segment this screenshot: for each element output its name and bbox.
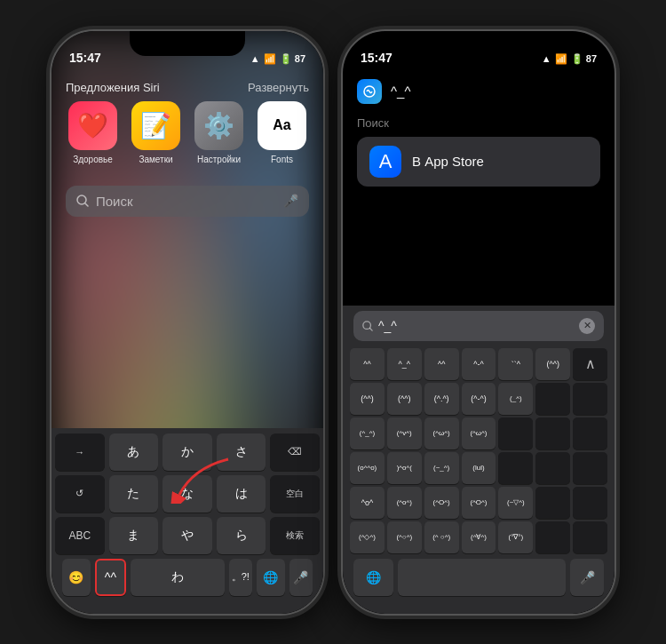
app-settings[interactable]: ⚙️ Настройки bbox=[194, 101, 243, 164]
search-placeholder-left: Поиск bbox=[96, 194, 276, 209]
emoji-cell[interactable]: (^.^) bbox=[424, 383, 459, 415]
kb-ya[interactable]: や bbox=[163, 517, 212, 554]
search-bar-left[interactable]: Поиск 🎤 bbox=[66, 186, 309, 217]
status-time-right: 15:47 bbox=[361, 51, 392, 65]
notes-label: Заметки bbox=[139, 155, 172, 164]
emoji-cell[interactable]: (^ω^) bbox=[424, 417, 459, 449]
emoji-cell[interactable]: (^_^) bbox=[350, 417, 385, 449]
emoji-cell[interactable]: (^^) bbox=[387, 383, 422, 415]
kb-punctuation[interactable]: 。?! bbox=[229, 559, 252, 596]
emoji-cell[interactable]: (~_^) bbox=[424, 452, 459, 484]
kb-mic[interactable]: 🎤 bbox=[289, 559, 313, 596]
emoji-cell[interactable]: (^O^) bbox=[424, 487, 459, 519]
notch bbox=[130, 31, 245, 56]
emoji-cell[interactable]: (^-^) bbox=[462, 383, 496, 415]
emoji-cell[interactable]: (^○^) bbox=[387, 521, 422, 553]
search-bar-right[interactable]: ^_^ ✕ bbox=[353, 311, 604, 341]
svg-line-1 bbox=[85, 203, 88, 206]
kb-abc[interactable]: ABC bbox=[55, 517, 105, 554]
fonts-label: Fonts bbox=[271, 155, 293, 164]
siri-icon-right bbox=[357, 79, 382, 104]
kb-emoji[interactable]: 😊 bbox=[62, 559, 91, 596]
kb-mic-right[interactable]: 🎤 bbox=[570, 559, 604, 596]
siri-query-text: ^_^ bbox=[391, 83, 410, 99]
kb-ma[interactable]: ま bbox=[109, 517, 159, 554]
emoji-cell[interactable]: )^o^( bbox=[387, 452, 422, 484]
siri-label: Предложения Siri bbox=[66, 81, 160, 94]
emoji-cell bbox=[498, 452, 533, 484]
search-result-item[interactable]: A В App Store bbox=[357, 137, 600, 187]
app-notes[interactable]: 📝 Заметки bbox=[131, 101, 180, 164]
kb-ra[interactable]: ら bbox=[217, 517, 266, 554]
siri-small-section: ^_^ bbox=[343, 70, 614, 113]
clear-button[interactable]: ✕ bbox=[579, 318, 595, 334]
mic-icon-left[interactable]: 🎤 bbox=[283, 194, 298, 208]
settings-label: Настройки bbox=[197, 155, 241, 164]
kb-caret-caret[interactable]: ^^ bbox=[95, 559, 127, 596]
kb-globe[interactable]: 🌐 bbox=[257, 559, 285, 596]
search-icon-right bbox=[362, 321, 373, 331]
emoji-cell[interactable]: ^-^ bbox=[462, 348, 496, 380]
emoji-cell[interactable]: (_^) bbox=[498, 383, 533, 415]
emoji-cell[interactable]: ^^ bbox=[350, 348, 385, 380]
kb-delete[interactable]: ⌫ bbox=[270, 433, 320, 471]
kb-a[interactable]: あ bbox=[109, 433, 159, 471]
kb-arrow[interactable]: → bbox=[55, 433, 105, 471]
emoji-cell[interactable]: (^◇^) bbox=[350, 521, 385, 553]
svg-line-5 bbox=[370, 328, 373, 330]
emoji-cell[interactable]: (°∇°) bbox=[498, 521, 533, 553]
phones-container: 15:47 ▲ 📶 🔋 87 Предложения Siri Разверну… bbox=[32, 12, 634, 633]
settings-icon: ⚙️ bbox=[194, 101, 243, 150]
emoji-cell[interactable]: (^^) bbox=[535, 348, 570, 380]
kb-ta[interactable]: た bbox=[109, 475, 159, 513]
app-store-icon: A bbox=[369, 146, 401, 178]
wifi-icon: 📶 bbox=[264, 53, 276, 65]
keyboard-right: ^_^ ✕ ^^ ^_^ ^^ ^-^ ``^ (^^) ∧ ( bbox=[343, 306, 614, 614]
battery-icon: 🔋 87 bbox=[280, 53, 305, 65]
app-fonts[interactable]: Aa Fonts bbox=[258, 101, 306, 164]
emoji-cell[interactable]: (^^) bbox=[350, 383, 385, 415]
emoji-cell[interactable]: ^_^ bbox=[387, 348, 422, 380]
emoji-cell[interactable]: (^ ○^) bbox=[424, 521, 459, 553]
emoji-cell[interactable]: (^O^) bbox=[462, 487, 496, 519]
emoji-expand[interactable]: ∧ bbox=[573, 348, 607, 380]
emoji-cell[interactable]: ^^ bbox=[424, 348, 459, 380]
kb-bottom-bar-right: 🌐 🎤 bbox=[346, 559, 611, 596]
kb-wa[interactable]: わ bbox=[131, 559, 224, 596]
left-phone-screen: 15:47 ▲ 📶 🔋 87 Предложения Siri Разверну… bbox=[52, 31, 323, 614]
emoji-cell[interactable]: (lul) bbox=[462, 452, 496, 484]
arrow-annotation bbox=[166, 450, 237, 507]
kb-space-right[interactable] bbox=[398, 559, 566, 596]
search-query-text: ^_^ bbox=[378, 319, 574, 333]
section-title-right: Поиск bbox=[343, 113, 614, 137]
notes-icon: 📝 bbox=[131, 101, 180, 150]
right-phone-screen: 15:47 ▲ 📶 🔋 87 ^_^ bbox=[343, 31, 614, 614]
emoji-cell bbox=[535, 383, 570, 415]
emoji-cell bbox=[573, 383, 607, 415]
emoji-cell bbox=[573, 417, 607, 449]
emoji-cell[interactable]: (~▽^) bbox=[498, 487, 533, 519]
battery-icon-right: 🔋 87 bbox=[571, 53, 597, 65]
emoji-cell[interactable]: (o^^o) bbox=[350, 452, 385, 484]
emoji-cell bbox=[535, 452, 570, 484]
emoji-cell[interactable]: ^o^ bbox=[350, 487, 385, 519]
kb-space-jp[interactable]: 空白 bbox=[270, 475, 320, 513]
emoji-cell[interactable]: (^o^) bbox=[387, 487, 422, 519]
emoji-cell bbox=[535, 487, 570, 519]
emoji-cell[interactable]: (^∀^) bbox=[462, 521, 496, 553]
emoji-cell[interactable]: (^ω^) bbox=[462, 417, 496, 449]
siri-expand-button[interactable]: Развернуть bbox=[248, 81, 309, 94]
app-health[interactable]: ❤️ Здоровье bbox=[68, 101, 117, 164]
emoji-cell[interactable]: ``^ bbox=[498, 348, 533, 380]
notch-right bbox=[421, 31, 536, 56]
emoji-cell bbox=[573, 452, 607, 484]
kb-row-3: ABC ま や ら 検索 bbox=[55, 517, 320, 554]
left-phone: 15:47 ▲ 📶 🔋 87 Предложения Siri Разверну… bbox=[50, 29, 325, 616]
emoji-cell[interactable]: (^v^) bbox=[387, 417, 422, 449]
kb-search-jp[interactable]: 検索 bbox=[270, 517, 320, 554]
status-icons-left: ▲ 📶 🔋 87 bbox=[250, 53, 305, 65]
kb-globe-right[interactable]: 🌐 bbox=[353, 559, 393, 596]
kb-undo[interactable]: ↺ bbox=[55, 475, 105, 513]
signal-icon-right: ▲ bbox=[542, 53, 551, 64]
status-icons-right: ▲ 📶 🔋 87 bbox=[542, 53, 597, 65]
